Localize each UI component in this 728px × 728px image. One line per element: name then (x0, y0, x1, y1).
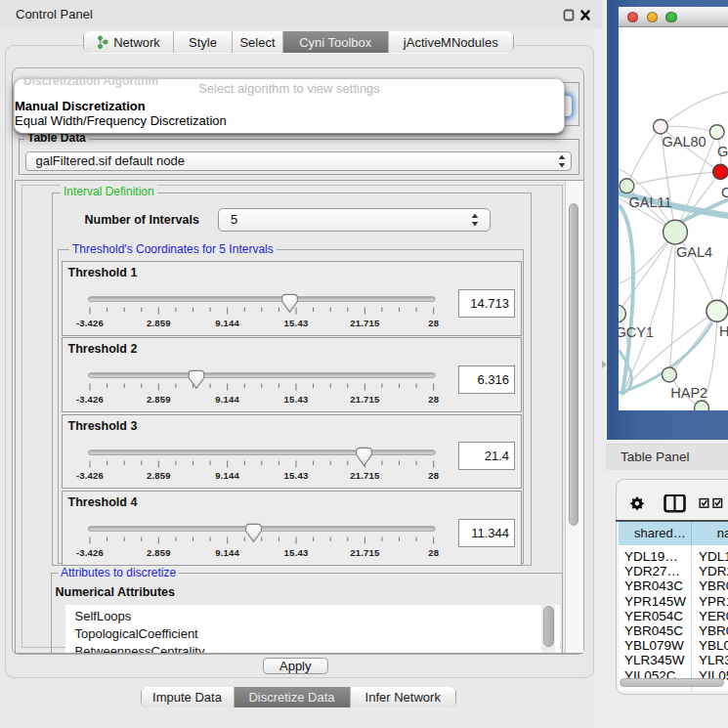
svg-text:H: H (718, 323, 728, 339)
svg-text:GA: GA (717, 144, 728, 159)
svg-text:HAP2: HAP2 (670, 385, 707, 401)
svg-text:GAL4: GAL4 (676, 244, 712, 260)
svg-text:C: C (721, 185, 728, 200)
svg-text:GCY1: GCY1 (619, 324, 654, 340)
svg-text:GAL11: GAL11 (628, 194, 671, 210)
svg-text:GAL80: GAL80 (662, 134, 706, 150)
